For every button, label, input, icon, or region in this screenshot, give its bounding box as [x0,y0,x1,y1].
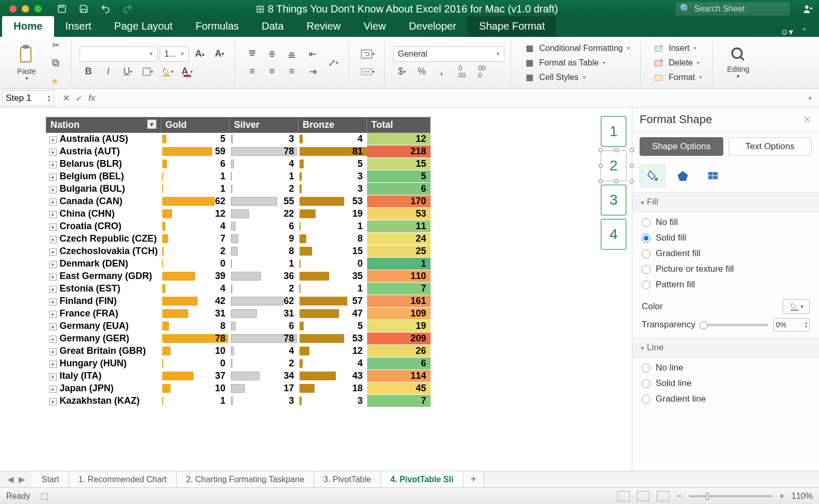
expand-icon[interactable]: + [49,236,57,243]
wrap-text-icon[interactable]: ▾ [357,46,378,62]
effects-icon[interactable] [670,164,696,187]
align-bottom-icon[interactable] [283,46,301,62]
table-row[interactable]: +France (FRA) 31 31 47 109 [46,308,431,320]
font-color-button[interactable]: A▾ [178,64,196,79]
worksheet-area[interactable]: Nation▾GoldSilverBronzeTotal +Australia … [0,108,601,471]
close-dot[interactable] [9,5,17,12]
size-props-icon[interactable] [700,164,726,187]
sheet-tab[interactable]: 2. Charting Formating Taskpane [177,471,314,487]
sheet-tab[interactable]: 1. Recommended Chart [69,471,177,487]
underline-button[interactable]: U▾ [119,64,137,79]
fill-section-header[interactable]: Fill [632,192,819,212]
expand-icon[interactable]: + [49,186,57,193]
expand-icon[interactable]: + [49,198,57,206]
col-header-total[interactable]: Total [367,117,431,133]
search-box[interactable]: 🔍 [675,2,790,16]
align-right-icon[interactable]: ≡ [283,64,301,79]
expand-icon[interactable]: + [49,174,57,181]
font-select[interactable]: ▾ [80,46,158,62]
save-icon[interactable] [55,2,69,16]
slicer-step-2[interactable]: 2 [601,150,627,181]
ribbon-tab-shape-format[interactable]: Shape Format [467,16,556,37]
table-row[interactable]: +Bulgaria (BUL) 1 2 3 6 [46,183,431,195]
zoom-value[interactable]: 110% [791,492,813,501]
transparency-input[interactable]: 0%▴▾ [773,318,810,331]
fill-option-picture-or-texture-fill[interactable]: Picture or texture fill [642,264,810,274]
currency-icon[interactable]: $▾ [393,64,411,79]
page-layout-view-icon[interactable] [637,491,649,501]
sheet-tab[interactable]: 4. PivotTable Sli [381,471,464,487]
editing-button[interactable]: Editing▾ [721,39,756,86]
slicer-step-3[interactable]: 3 [601,184,627,216]
align-top-icon[interactable] [243,46,261,62]
line-option-gradient-line[interactable]: Gradient line [642,394,810,404]
fx-icon[interactable]: fx [88,93,95,103]
undo-icon[interactable] [99,2,112,16]
italic-button[interactable]: I [99,64,117,79]
add-sheet-button[interactable]: + [463,471,484,487]
fill-option-pattern-fill[interactable]: Pattern fill [642,280,810,290]
align-middle-icon[interactable] [263,46,281,62]
table-row[interactable]: +Austria (AUT) 59 78 81 218 [46,145,431,158]
line-section-header[interactable]: Line [632,338,819,357]
table-row[interactable]: +Belarus (BLR) 6 4 5 15 [46,158,431,170]
fill-line-icon[interactable] [640,164,666,187]
copy-icon[interactable] [47,55,64,71]
redo-icon[interactable] [121,2,134,16]
zoom-slider[interactable] [689,495,772,497]
align-center-icon[interactable]: ≡ [263,64,281,79]
merge-icon[interactable]: ▾ [357,64,378,79]
col-header-silver[interactable]: Silver [230,117,298,133]
indent-left-icon[interactable]: ⇤ [304,46,321,62]
table-row[interactable]: +Great Britain (GBR) 10 4 12 26 [46,345,431,357]
delete-cells-button[interactable]: ×Delete ▾ [653,57,702,69]
expand-icon[interactable]: + [49,373,57,380]
table-row[interactable]: +Kazakhstan (KAZ) 1 3 3 7 [46,395,431,407]
collapse-ribbon-icon[interactable]: ˄ [802,27,807,37]
cut-icon[interactable]: ✂ [47,37,64,53]
ribbon-tab-page-layout[interactable]: Page Layout [103,16,184,37]
ribbon-tab-home[interactable]: Home [2,16,54,37]
format-cells-button[interactable]: Format ▾ [653,72,702,83]
transparency-slider[interactable] [700,324,768,326]
decrease-font-icon[interactable]: A▾ [211,46,228,62]
share-icon[interactable] [801,2,815,16]
indent-right-icon[interactable]: ⇥ [304,64,321,79]
expand-icon[interactable]: + [49,323,57,330]
sheet-tab[interactable]: 3. PivotTable [314,471,381,487]
conditional-formatting-button[interactable]: ▦Conditional Formatting ▾ [524,43,630,54]
col-header-bronze[interactable]: Bronze [298,117,367,133]
fill-color-button[interactable]: ▾ [159,64,176,79]
prev-sheet-icon[interactable]: ◀ [7,474,14,484]
color-picker-button[interactable]: ▾ [783,299,810,314]
bold-button[interactable]: B [80,64,97,79]
dec-decimal-icon[interactable]: .00.0 [472,64,490,79]
table-row[interactable]: +Japan (JPN) 10 17 18 45 [46,382,431,395]
col-header-nation[interactable]: Nation▾ [46,117,161,133]
close-pane-icon[interactable]: ✕ [803,113,812,126]
cancel-formula-icon[interactable]: ✕ [62,92,70,104]
font-size-select[interactable]: 1...▾ [160,46,189,62]
comma-icon[interactable]: , [433,64,450,79]
page-break-view-icon[interactable] [657,491,669,501]
fill-option-solid-fill[interactable]: Solid fill [642,233,810,243]
accept-formula-icon[interactable]: ✓ [75,92,83,104]
normal-view-icon[interactable] [617,491,630,501]
cell-styles-button[interactable]: ▦Cell Styles ▾ [524,72,630,83]
align-left-icon[interactable]: ≡ [243,64,261,79]
expand-icon[interactable]: + [49,248,57,256]
table-row[interactable]: +Belgium (BEL) 1 1 3 5 [46,170,431,183]
expand-icon[interactable]: + [49,336,57,343]
table-row[interactable]: +Australia (AUS) 5 3 4 12 [46,133,431,145]
border-button[interactable]: ▾ [139,64,157,79]
increase-font-icon[interactable]: A▴ [191,46,209,62]
ribbon-tab-formulas[interactable]: Formulas [184,16,250,37]
formula-input[interactable] [101,90,801,106]
expand-icon[interactable]: + [49,311,57,318]
format-painter-icon[interactable] [47,73,64,88]
name-box[interactable]: Step 1▴▾ [2,90,54,106]
percent-icon[interactable]: % [413,64,431,79]
expand-icon[interactable]: + [49,361,57,368]
expand-icon[interactable]: + [49,223,57,231]
next-sheet-icon[interactable]: ▶ [19,474,25,484]
